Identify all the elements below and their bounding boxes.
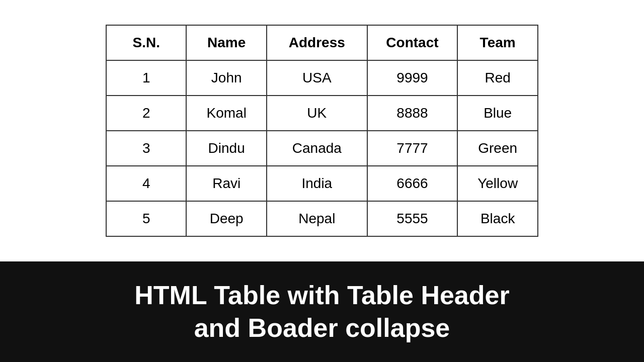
cell-name-4: Ravi <box>186 166 267 201</box>
bottom-title-line1: HTML Table with Table Header <box>134 281 509 310</box>
col-header-contact: Contact <box>367 25 458 60</box>
col-header-name: Name <box>186 25 267 60</box>
cell-team-1: Red <box>457 60 538 96</box>
cell-address-5: Nepal <box>267 201 367 236</box>
table-row: 1JohnUSA9999Red <box>106 60 538 96</box>
cell-team-5: Black <box>457 201 538 236</box>
table-section: S.N. Name Address Contact Team 1JohnUSA9… <box>0 0 644 261</box>
table-row: 5DeepNepal5555Black <box>106 201 538 236</box>
cell-name-2: Komal <box>186 96 267 131</box>
cell-name-5: Deep <box>186 201 267 236</box>
cell-team-2: Blue <box>457 96 538 131</box>
cell-address-2: UK <box>267 96 367 131</box>
cell-sn-1: 1 <box>106 60 186 96</box>
cell-address-3: Canada <box>267 131 367 166</box>
col-header-address: Address <box>267 25 367 60</box>
table-row: 2KomalUK8888Blue <box>106 96 538 131</box>
cell-sn-3: 3 <box>106 131 186 166</box>
cell-name-1: John <box>186 60 267 96</box>
cell-contact-4: 6666 <box>367 166 458 201</box>
cell-contact-1: 9999 <box>367 60 458 96</box>
cell-team-4: Yellow <box>457 166 538 201</box>
col-header-team: Team <box>457 25 538 60</box>
cell-name-3: Dindu <box>186 131 267 166</box>
bottom-title-line2: and Boader collapse <box>194 313 450 342</box>
bottom-banner: HTML Table with Table Header and Boader … <box>0 261 644 362</box>
cell-sn-2: 2 <box>106 96 186 131</box>
cell-contact-3: 7777 <box>367 131 458 166</box>
cell-team-3: Green <box>457 131 538 166</box>
col-header-sn: S.N. <box>106 25 186 60</box>
bottom-title: HTML Table with Table Header and Boader … <box>134 279 509 344</box>
cell-address-1: USA <box>267 60 367 96</box>
cell-address-4: India <box>267 166 367 201</box>
cell-sn-5: 5 <box>106 201 186 236</box>
data-table: S.N. Name Address Contact Team 1JohnUSA9… <box>106 25 538 237</box>
cell-contact-2: 8888 <box>367 96 458 131</box>
table-row: 4RaviIndia6666Yellow <box>106 166 538 201</box>
header-row: S.N. Name Address Contact Team <box>106 25 538 60</box>
cell-contact-5: 5555 <box>367 201 458 236</box>
cell-sn-4: 4 <box>106 166 186 201</box>
table-row: 3DinduCanada7777Green <box>106 131 538 166</box>
